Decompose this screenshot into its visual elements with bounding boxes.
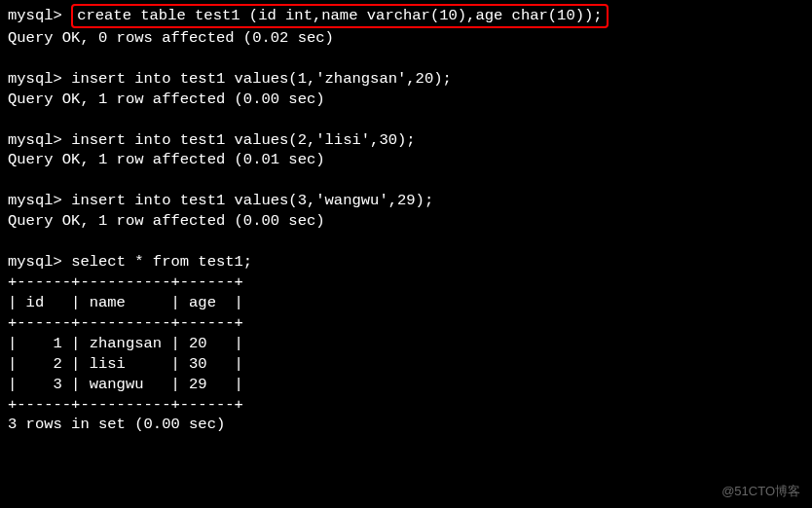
watermark: @51CTO博客 [721,483,800,500]
output-line: | id | name | age | [8,293,804,313]
terminal-line: mysql> insert into test1 values(3,'wangw… [8,191,804,211]
mysql-prompt: mysql> [8,192,71,209]
output-line: Query OK, 1 row affected (0.01 sec) [8,150,804,170]
mysql-prompt: mysql> [8,253,71,271]
output-line: +------+----------+------+ [8,272,804,293]
output-line: Query OK, 1 row affected (0.00 sec) [8,211,804,232]
terminal-line [8,232,804,252]
output-line: +------+----------+------+ [8,313,804,334]
mysql-prompt: mysql> [8,131,71,149]
terminal-line [8,49,804,69]
mysql-prompt: mysql> [8,7,71,24]
terminal-line: mysql> create table test1 (id int,name v… [8,4,804,28]
sql-command: select * from test1; [71,253,252,271]
terminal-line: mysql> insert into test1 values(1,'zhang… [8,69,804,90]
output-line: Query OK, 0 rows affected (0.02 sec) [8,28,804,49]
terminal-line: mysql> select * from test1; [8,252,804,272]
terminal-output: mysql> create table test1 (id int,name v… [8,4,804,435]
output-line: | 3 | wangwu | 29 | [8,375,804,395]
sql-command: insert into test1 values(2,'lisi',30); [71,131,415,149]
output-line: +------+----------+------+ [8,395,804,416]
terminal-line: mysql> insert into test1 values(2,'lisi'… [8,130,804,151]
mysql-prompt: mysql> [8,70,71,88]
terminal-line [8,170,804,191]
terminal-line [8,110,804,130]
output-line: | 1 | zhangsan | 20 | [8,334,804,354]
sql-command: insert into test1 values(3,'wangwu',29); [71,192,433,209]
sql-command: insert into test1 values(1,'zhangsan',20… [71,70,452,88]
output-line: | 2 | lisi | 30 | [8,354,804,375]
highlighted-command: create table test1 (id int,name varchar(… [71,4,609,28]
output-line: Query OK, 1 row affected (0.00 sec) [8,90,804,110]
output-line: 3 rows in set (0.00 sec) [8,415,804,435]
